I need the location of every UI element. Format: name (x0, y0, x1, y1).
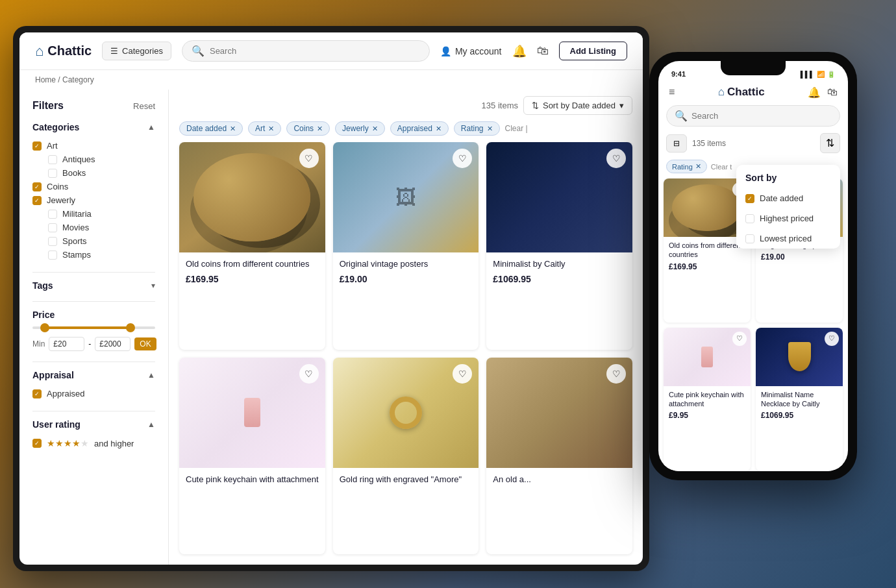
coins-checkbox[interactable] (32, 182, 42, 191)
phone-product-title: Cute pink keychain with attachment (669, 390, 745, 409)
reset-button[interactable]: Reset (133, 101, 155, 111)
range-handle-left[interactable] (40, 323, 49, 332)
range-handle-right[interactable] (126, 323, 135, 332)
phone-favorite-button[interactable]: ♡ (732, 332, 747, 346)
product-price: £1069.95 (493, 274, 626, 284)
phone-search-input[interactable] (691, 111, 832, 121)
chip-appraised[interactable]: Appraised ✕ (390, 121, 449, 136)
list-item[interactable]: Antiques (32, 153, 155, 166)
logo-text: Chattic (47, 43, 92, 58)
phone-clear-link[interactable]: Clear t (711, 163, 732, 171)
favorite-button[interactable]: ♡ (606, 149, 626, 168)
chip-date-close[interactable]: ✕ (230, 125, 236, 133)
categories-chevron[interactable]: ▲ (147, 123, 155, 132)
chip-art[interactable]: Art ✕ (248, 121, 281, 136)
status-icons: ▌▌▌ 📶 🔋 (801, 71, 835, 78)
sports-label: Sports (62, 236, 87, 246)
chip-appraised-close[interactable]: ✕ (436, 125, 442, 133)
chip-rating[interactable]: Rating ✕ (454, 121, 500, 136)
sort-option-highest[interactable]: Highest priced (736, 208, 840, 228)
list-item[interactable]: Militaria (32, 207, 155, 221)
tags-chevron[interactable]: ▾ (151, 281, 155, 290)
ring-decoration (390, 397, 422, 429)
phone-product-title: Minimalist Name Necklace by Caitly (761, 390, 838, 409)
militaria-checkbox[interactable] (48, 210, 57, 219)
list-item[interactable]: Books (32, 166, 155, 180)
product-title: Gold ring with engraved "Amore" (340, 474, 473, 485)
phone-sort-button[interactable]: ⇅ (820, 133, 840, 153)
user-rating-chevron[interactable]: ▲ (147, 420, 155, 429)
chip-art-close[interactable]: ✕ (268, 125, 274, 133)
search-bar[interactable]: 🔍 (182, 40, 430, 62)
favorite-button[interactable]: ♡ (299, 364, 319, 384)
phone-time: 9:41 (671, 70, 686, 78)
sort-date-added-label: Date added (760, 193, 803, 203)
sort-option-date-added[interactable]: Date added (736, 188, 840, 208)
stamps-checkbox[interactable] (48, 251, 57, 260)
sort-dropdown-title: Sort by (736, 165, 840, 188)
search-input[interactable] (210, 46, 420, 56)
movies-label: Movies (62, 223, 89, 232)
cart-icon[interactable]: 🛍 (537, 44, 549, 58)
list-item[interactable]: Art (32, 139, 155, 153)
list-item[interactable]: Appraised (32, 387, 155, 400)
sort-option-lowest[interactable]: Lowest priced (736, 228, 840, 249)
phone-product-card: ♡ Cute pink keychain with attachment £9.… (664, 328, 751, 472)
favorite-button[interactable]: ♡ (299, 149, 319, 168)
add-listing-button[interactable]: Add Listing (559, 42, 628, 60)
chip-appraised-label: Appraised (397, 124, 432, 133)
list-item[interactable]: Coins (32, 180, 155, 193)
antiques-checkbox[interactable] (48, 155, 57, 164)
chip-date-added[interactable]: Date added ✕ (179, 121, 243, 136)
product-info: An old a... (486, 468, 632, 496)
list-item[interactable]: ★★★★★ and higher (32, 436, 155, 450)
phone-chip-rating[interactable]: Rating ✕ (666, 160, 707, 173)
sort-highest-checkbox[interactable] (745, 214, 754, 223)
range-slider[interactable] (32, 326, 155, 329)
phone-cart-icon[interactable]: 🛍 (827, 86, 838, 99)
movies-checkbox[interactable] (48, 223, 57, 232)
phone-chip-rating-close[interactable]: ✕ (695, 162, 701, 171)
list-item[interactable]: Jewerly (32, 193, 155, 207)
product-card: ♡ Old coins from different countries £16… (179, 142, 325, 350)
chip-coins-close[interactable]: ✕ (317, 125, 323, 133)
price-min-input[interactable] (49, 337, 84, 351)
phone-search[interactable]: 🔍 (666, 105, 840, 127)
chip-rating-close[interactable]: ✕ (487, 125, 493, 133)
notifications-icon[interactable]: 🔔 (512, 44, 527, 58)
list-item[interactable]: Sports (32, 234, 155, 248)
appraisal-chevron[interactable]: ▲ (147, 371, 155, 380)
sports-checkbox[interactable] (48, 237, 57, 246)
chip-jewerly-close[interactable]: ✕ (372, 125, 378, 133)
logo-icon: ⌂ (35, 43, 44, 60)
chip-jewerly[interactable]: Jewerly ✕ (335, 121, 385, 136)
list-item[interactable]: Movies (32, 221, 155, 234)
product-card: ♡ An old a... (486, 358, 632, 555)
phone-favorite-button[interactable]: ♡ (825, 332, 839, 346)
favorite-button[interactable]: ♡ (606, 364, 626, 384)
sort-date-added-checkbox[interactable] (745, 194, 754, 203)
phone-menu-icon[interactable]: ≡ (669, 86, 675, 98)
product-card: 🖼 ♡ Original vintage posters £19.00 (333, 142, 479, 350)
jewerly-checkbox[interactable] (32, 196, 42, 205)
price-max-input[interactable] (95, 337, 131, 351)
books-checkbox[interactable] (48, 169, 57, 178)
sort-lowest-checkbox[interactable] (745, 234, 754, 243)
price-ok-button[interactable]: OK (134, 337, 156, 350)
favorite-button[interactable]: ♡ (453, 364, 472, 384)
coin-decoration (236, 181, 268, 214)
phone-logo-icon: ⌂ (718, 86, 725, 99)
chip-coins[interactable]: Coins ✕ (286, 121, 330, 136)
clear-filters-button[interactable]: Clear | (505, 124, 528, 133)
tablet-screen: ⌂ Chattic ☰ Categories 🔍 👤 My account 🔔 … (19, 32, 643, 565)
sort-button[interactable]: ⇅ Sort by Date added ▾ (523, 96, 632, 115)
list-item[interactable]: Stamps (32, 248, 155, 262)
phone-product-title: Old coins from different countries (669, 241, 745, 260)
categories-button[interactable]: ☰ Categories (102, 42, 171, 60)
phone-filter-button[interactable]: ⊟ (666, 134, 687, 153)
my-account[interactable]: 👤 My account (440, 46, 502, 56)
art-checkbox[interactable] (32, 141, 42, 151)
phone-notifications-icon[interactable]: 🔔 (808, 86, 821, 99)
rating-checkbox[interactable] (32, 439, 42, 448)
appraised-checkbox[interactable] (32, 389, 42, 398)
